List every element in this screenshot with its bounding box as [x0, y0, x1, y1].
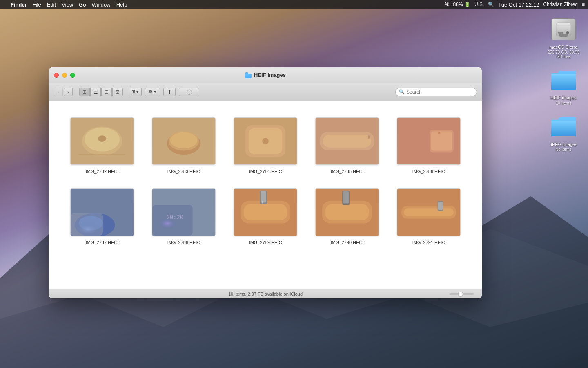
tag-button[interactable]: ◯	[179, 88, 199, 96]
menu-go[interactable]: Go	[79, 2, 86, 8]
file-thumbnail	[234, 188, 297, 236]
svg-rect-41	[261, 191, 266, 203]
menubar-wifi-icon: ⌘	[444, 2, 449, 7]
list-item[interactable]: IMG_2785.HEIC	[306, 109, 388, 180]
list-view-icon: ☰	[94, 89, 98, 95]
list-item[interactable]: IMG_2787.HEIC	[61, 180, 143, 251]
grid-view-icon: ⊞	[82, 89, 87, 95]
thumb-svg-2788: 00:20	[152, 189, 215, 236]
svg-rect-22	[323, 135, 371, 147]
file-thumbnail	[397, 117, 461, 165]
nav-buttons: ‹ ›	[54, 88, 73, 96]
menubar-notif-icon[interactable]: ≡	[582, 2, 585, 7]
file-name: IMG_2782.HEIC	[86, 169, 119, 174]
desktop-icon-jpeg[interactable]: JPEG images No Items	[547, 114, 580, 152]
file-name: IMG_2784.HEIC	[249, 169, 282, 174]
svg-rect-50	[404, 208, 454, 216]
menubar-search-icon[interactable]: 🔍	[488, 2, 494, 7]
menu-view[interactable]: View	[62, 2, 73, 8]
file-name: IMG_2788.HEIC	[167, 240, 200, 245]
list-item[interactable]: 00:20 IMG_2788.HEIC	[143, 180, 225, 251]
menubar-battery: 88% 🔋	[453, 2, 470, 7]
column-view-icon: ⊟	[105, 89, 109, 95]
arrange-icon: ⊞	[131, 89, 135, 94]
svg-rect-4	[558, 32, 564, 34]
menu-edit[interactable]: Edit	[47, 2, 56, 8]
arrange-button[interactable]: ⊞ ▾	[129, 88, 142, 96]
menubar-datetime: Tue Oct 17 22:12	[498, 2, 539, 8]
menu-finder[interactable]: Finder	[11, 2, 27, 8]
jpeg-folder-svg	[550, 116, 577, 138]
maximize-button[interactable]	[70, 73, 75, 78]
hdd-icon-img	[550, 16, 577, 43]
desktop-icon-sublabel-macos: 250.79 GB, 30.95 GB free	[547, 50, 580, 59]
file-thumbnail	[70, 188, 134, 236]
back-button[interactable]: ‹	[54, 88, 63, 96]
view-list-button[interactable]: ☰	[90, 88, 101, 96]
desktop-icon-label-heif: HEIF images	[550, 95, 577, 101]
svg-point-15	[170, 132, 198, 148]
desktop-icon-label-jpeg: JPEG images	[550, 141, 577, 147]
thumb-svg-2787	[71, 189, 134, 236]
action-button[interactable]: ⚙ ▾	[145, 88, 160, 96]
file-thumbnail	[152, 117, 216, 165]
list-item[interactable]: IMG_2784.HEIC	[225, 109, 306, 180]
list-item[interactable]: IMG_2786.HEIC	[388, 109, 470, 180]
menubar-right: ⌘ 88% 🔋 U.S. 🔍 Tue Oct 17 22:12 Christia…	[444, 2, 585, 8]
list-item[interactable]: IMG_2783.HEIC	[143, 109, 225, 180]
arrange-chevron: ▾	[136, 89, 139, 94]
titlebar: HEIF images	[49, 67, 482, 83]
statusbar-text: 10 items, 2.07 TB available on iCloud	[228, 292, 303, 296]
forward-button[interactable]: ›	[64, 88, 73, 96]
file-name: IMG_2787.HEIC	[86, 240, 119, 245]
desktop-icon-sublabel-heif: 10 Items	[556, 101, 571, 105]
menubar-language: U.S.	[474, 2, 484, 7]
list-item[interactable]: IMG_2782.HEIC	[61, 109, 143, 180]
list-item[interactable]: IMG_2789.HEIC	[225, 180, 306, 251]
zoom-slider[interactable]	[449, 293, 474, 295]
list-item[interactable]: IMG_2791.HEIC	[388, 180, 470, 251]
menubar-user[interactable]: Christian Zibreg	[543, 2, 578, 7]
slider-thumb[interactable]	[458, 292, 463, 296]
file-name: IMG_2791.HEIC	[412, 240, 445, 245]
svg-rect-3	[556, 23, 571, 36]
thumb-svg-2790	[316, 189, 379, 236]
content-area: IMG_2782.HEIC IMG_2783.HEIC	[49, 101, 482, 289]
desktop-icon-sublabel-jpeg: No Items	[555, 147, 572, 152]
view-icon-button[interactable]: ⊞	[79, 88, 90, 96]
view-cover-button[interactable]: ⊠	[112, 88, 123, 96]
tag-icon: ◯	[187, 89, 192, 95]
svg-point-10	[98, 135, 106, 142]
desktop-icon-heif[interactable]: HEIF images 10 Items	[547, 67, 580, 105]
file-thumbnail	[315, 188, 379, 236]
search-input[interactable]	[406, 89, 473, 95]
title-folder-body	[245, 74, 252, 78]
svg-rect-42	[262, 201, 263, 203]
file-thumbnail	[397, 188, 461, 236]
search-box[interactable]: 🔍	[395, 88, 477, 96]
desktop-icons: macOS Sierra 250.79 GB, 30.95 GB free	[547, 16, 580, 152]
svg-rect-52	[438, 202, 443, 210]
cover-view-icon: ⊠	[116, 89, 120, 95]
share-icon: ⬆	[167, 89, 172, 95]
list-item[interactable]: IMG_2790.HEIC	[306, 180, 388, 251]
svg-point-19	[262, 138, 269, 144]
menu-file[interactable]: File	[33, 2, 41, 8]
menu-window[interactable]: Window	[91, 2, 110, 8]
file-name: IMG_2785.HEIC	[331, 169, 364, 174]
svg-text:00:20: 00:20	[167, 214, 183, 220]
menu-help[interactable]: Help	[116, 2, 127, 8]
svg-rect-39	[244, 204, 287, 220]
traffic-lights	[54, 73, 75, 78]
close-button[interactable]	[54, 73, 59, 78]
svg-point-27	[438, 132, 441, 134]
svg-rect-23	[368, 135, 370, 139]
view-buttons: ⊞ ☰ ⊟ ⊠	[79, 88, 123, 96]
minimize-button[interactable]	[62, 73, 67, 78]
back-icon: ‹	[58, 90, 59, 94]
view-column-button[interactable]: ⊟	[101, 88, 112, 96]
desktop-icon-macos-sierra[interactable]: macOS Sierra 250.79 GB, 30.95 GB free	[547, 16, 580, 59]
svg-rect-26	[431, 131, 452, 150]
action-chevron: ▾	[154, 89, 156, 94]
share-button[interactable]: ⬆	[163, 88, 176, 96]
